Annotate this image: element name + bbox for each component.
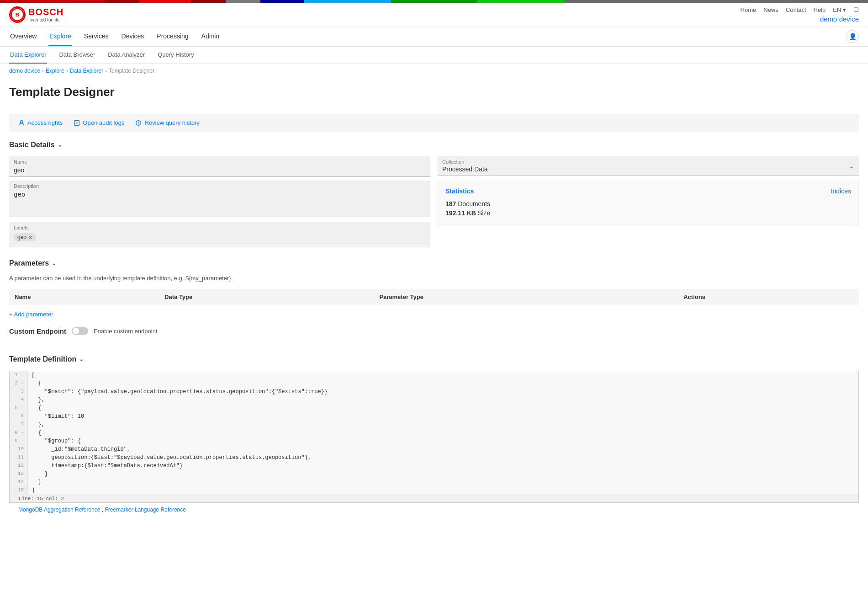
template-definition-title: Template Definition: [9, 355, 76, 363]
contact-link[interactable]: Contact: [786, 6, 806, 13]
brand-tagline: Invented for life: [28, 17, 64, 22]
parameters-table: Name Data Type Parameter Type Actions: [9, 289, 859, 305]
nav-devices[interactable]: Devices: [121, 27, 145, 46]
statistics-title: Statistics: [445, 187, 474, 195]
col-data-type: Data Type: [159, 289, 374, 305]
line-num-12: 12: [10, 462, 28, 470]
line-content-6: "$limit": 10: [28, 412, 88, 421]
header-top-right: Home News Contact Help EN ▾ ☐ demo devic…: [741, 6, 859, 23]
parameters-title: Parameters: [9, 259, 49, 267]
line-content-8: {: [28, 429, 45, 437]
subnav-data-browser[interactable]: Data Browser: [58, 47, 96, 64]
subnav-query-history[interactable]: Query History: [157, 47, 195, 64]
line-num-6: 6: [10, 412, 28, 421]
labels-container: geo ✕: [14, 233, 426, 241]
line-content-3: "$match": {"payload.value.geolocation.pr…: [28, 388, 331, 396]
enable-custom-endpoint-text: Enable custom endpoint: [94, 328, 157, 335]
parameters-header[interactable]: Parameters ⌄: [9, 259, 859, 267]
code-line-1: 1 - [: [10, 371, 858, 379]
line-content-10: _id:"$metaData.thingId",: [28, 445, 134, 453]
documents-label-text: Documents: [458, 200, 490, 208]
line-content-15: ]: [28, 486, 38, 495]
home-link[interactable]: Home: [741, 6, 757, 13]
tag-remove-geo[interactable]: ✕: [28, 235, 32, 240]
nav-processing[interactable]: Processing: [156, 27, 189, 46]
basic-details-chevron: ⌄: [58, 142, 62, 148]
breadcrumb: demo device › Explore › Data Explorer › …: [0, 64, 868, 78]
breadcrumb-data-explorer[interactable]: Data Explorer: [70, 68, 103, 74]
nav-right: 👤: [846, 30, 859, 43]
freemarker-ref-link[interactable]: Freemarker Language Reference: [105, 506, 185, 513]
labels-label: Labels: [14, 225, 426, 230]
parameters-section: Parameters ⌄ A parameter can be used in …: [0, 259, 868, 355]
basic-details-title: Basic Details: [9, 141, 55, 149]
lang-selector[interactable]: EN ▾: [833, 6, 846, 13]
subnav-data-explorer[interactable]: Data Explorer: [9, 47, 47, 64]
open-audit-logs-link[interactable]: Open audit logs: [74, 119, 124, 126]
access-rights-link[interactable]: Access rights: [18, 119, 63, 126]
line-content-13: }: [28, 470, 52, 478]
name-input[interactable]: [9, 156, 430, 177]
description-field: Description geo: [9, 181, 430, 219]
custom-endpoint: Custom Endpoint Enable custom endpoint: [9, 327, 859, 335]
code-line-14: 14 }: [10, 478, 858, 486]
breadcrumb-demo-device[interactable]: demo device: [9, 68, 40, 74]
description-label: Description: [14, 183, 39, 189]
description-input[interactable]: geo: [9, 181, 430, 217]
svg-rect-3: [74, 120, 79, 125]
code-line-11: 11 geoposition:{$last:"$payload.value.ge…: [10, 453, 858, 462]
label-tag-geo: geo ✕: [14, 233, 36, 241]
nav-services[interactable]: Services: [83, 27, 110, 46]
svg-text:B: B: [16, 11, 19, 17]
template-definition-header[interactable]: Template Definition ⌄: [9, 355, 859, 363]
collection-label: Collection: [442, 159, 488, 165]
parameters-chevron: ⌄: [52, 260, 56, 267]
documents-count: 187: [445, 200, 456, 208]
breadcrumb-sep-3: ›: [105, 68, 107, 74]
code-line-12: 12 timestamp:{$last:"$metaData.receivedA…: [10, 462, 858, 470]
statistics-box: Statistics Indices 187 Documents 192.11 …: [438, 180, 859, 226]
bosch-circle-icon: B: [9, 6, 26, 23]
mongodb-ref-link[interactable]: MongoDB Aggregation Reference: [18, 506, 100, 513]
custom-endpoint-label: Custom Endpoint: [9, 327, 66, 335]
breadcrumb-explore[interactable]: Explore: [46, 68, 64, 74]
top-nav-links: Home News Contact Help EN ▾ ☐: [741, 6, 859, 13]
basic-details-form: Name Description geo Labels geo ✕: [9, 156, 859, 246]
code-line-10: 10 _id:"$metaData.thingId",: [10, 445, 858, 453]
custom-endpoint-toggle[interactable]: [72, 327, 88, 335]
query-history-icon: [135, 120, 142, 126]
news-link[interactable]: News: [763, 6, 778, 13]
code-line-4: 4 },: [10, 396, 858, 404]
collection-chevron-icon: ⌄: [849, 162, 854, 170]
indices-link[interactable]: Indices: [831, 187, 851, 195]
line-num-9: 9 -: [10, 437, 28, 445]
collection-field[interactable]: Collection Processed Data ⌄: [438, 156, 859, 176]
nav-admin[interactable]: Admin: [201, 27, 221, 46]
subnav-data-analyzer[interactable]: Data Analyzer: [107, 47, 146, 64]
line-content-12: timestamp:{$last:"$metaData.receivedAt"}: [28, 462, 186, 470]
col-name: Name: [9, 289, 159, 305]
code-line-2: 2 - {: [10, 379, 858, 388]
bosch-logo: B BOSCH Invented for life: [9, 6, 64, 23]
help-link[interactable]: Help: [814, 6, 826, 13]
access-rights-icon: [18, 120, 25, 126]
nav-explore[interactable]: Explore: [48, 27, 72, 46]
name-label: Name: [14, 159, 27, 165]
basic-details-header[interactable]: Basic Details ⌄: [9, 141, 859, 149]
code-line-6: 6 "$limit": 10: [10, 412, 858, 421]
template-definition-chevron: ⌄: [79, 356, 84, 362]
line-num-1: 1 -: [10, 371, 28, 379]
line-num-8: 8 -: [10, 429, 28, 437]
user-icon[interactable]: 👤: [846, 30, 859, 43]
add-parameter-button[interactable]: + Add parameter: [9, 311, 53, 318]
line-num-2: 2 -: [10, 379, 28, 388]
review-query-history-link[interactable]: Review query history: [135, 119, 200, 126]
code-editor[interactable]: 1 - [ 2 - { 3 "$match": {"payload.value.…: [9, 371, 859, 503]
line-num-3: 3: [10, 388, 28, 396]
line-content-9: "$group": {: [28, 437, 85, 445]
size-value: 192.11 KB: [445, 209, 476, 217]
tag-text: geo: [17, 234, 26, 240]
nav-overview[interactable]: Overview: [9, 27, 37, 46]
page-content: Template Designer: [0, 78, 868, 114]
line-content-11: geoposition:{$last:"$payload.value.geolo…: [28, 453, 315, 462]
